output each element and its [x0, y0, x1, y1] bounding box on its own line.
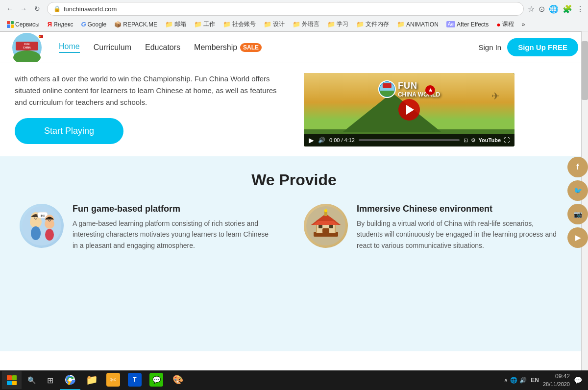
youtube-button[interactable]: ▶: [567, 227, 588, 248]
win-square-3: [7, 381, 12, 386]
volume-icon[interactable]: 🔊: [519, 377, 527, 384]
sign-up-button[interactable]: Sign Up FREE: [507, 38, 578, 56]
start-playing-button[interactable]: Start Playing: [15, 118, 123, 144]
task-view-button[interactable]: ⊞: [41, 371, 59, 389]
folder-icon: 📁: [165, 21, 173, 28]
hero-section: with others all over the world to win th…: [0, 63, 588, 156]
platform-description: A game-based learning platform consistin…: [73, 218, 274, 251]
taskbar-clipboard[interactable]: ✄: [103, 370, 123, 390]
bookmark-files[interactable]: 📁 文件内存: [353, 19, 392, 29]
provide-cards: Hi Fun game-based platform: [20, 204, 568, 251]
repack-label: REPACK.ME: [123, 21, 157, 28]
extensions-icon[interactable]: 🧩: [563, 4, 572, 14]
win-square-2: [12, 375, 17, 380]
language-indicator: EN: [531, 377, 539, 384]
address-bar[interactable]: 🔒 funchinaworld.com: [47, 2, 524, 16]
sign-in-button[interactable]: Sign In: [478, 43, 501, 51]
folder-icon: 📁: [223, 21, 231, 28]
globe-icon[interactable]: 🌐: [549, 4, 559, 14]
platform-title: Fun game-based platform: [73, 204, 274, 214]
provide-card-platform: Hi Fun game-based platform: [20, 204, 274, 251]
animation-label: ANIMATION: [406, 21, 439, 28]
youtube-icon: ▶: [575, 234, 581, 242]
star-icon[interactable]: ☆: [528, 4, 535, 14]
svg-point-20: [45, 229, 54, 241]
platform-illustration: Hi: [22, 206, 61, 245]
environment-icon-circle: [304, 204, 348, 248]
svg-rect-28: [329, 225, 333, 228]
forward-button[interactable]: →: [18, 3, 29, 15]
taskbar-paint[interactable]: 🎨: [168, 370, 188, 390]
site-logo[interactable]: FUN CHINA ★: [10, 33, 44, 62]
notifications-icon[interactable]: 💬: [574, 376, 582, 384]
bookmark-yandex[interactable]: Я Яндекс: [45, 20, 76, 29]
svg-text:CHINA: CHINA: [23, 46, 31, 49]
bookmark-social[interactable]: 📁 社会账号: [220, 19, 259, 29]
bookmark-course[interactable]: ● 课程: [493, 19, 516, 29]
video-volume-icon[interactable]: 🔊: [318, 137, 325, 144]
folder-icon: 📁: [293, 21, 300, 28]
work-label: 工作: [203, 20, 215, 28]
clock[interactable]: 09:42 28/11/2020: [543, 373, 570, 388]
taskbar-chrome[interactable]: [60, 370, 80, 390]
nav-educators[interactable]: Educators: [145, 43, 180, 52]
services-label: Сервисы: [15, 21, 40, 28]
video-controls: ▶ 🔊 0:00 / 4:12 ⊡ ⚙ YouTube ⛶: [304, 134, 514, 146]
nav-home[interactable]: Home: [59, 42, 80, 53]
taskbar-files[interactable]: 📁: [81, 370, 102, 390]
start-button[interactable]: [2, 371, 22, 389]
bookmark-repack[interactable]: 📦 REPACK.ME: [111, 20, 160, 29]
video-settings-icon[interactable]: ⚙: [471, 137, 476, 144]
svg-point-36: [69, 378, 72, 382]
back-button[interactable]: ←: [4, 3, 16, 15]
environment-description: By building a virtual world of China wit…: [357, 218, 559, 251]
trello-icon: T: [128, 373, 142, 387]
facebook-button[interactable]: f: [567, 157, 588, 177]
we-provide-section: We Provide: [0, 156, 588, 351]
foreign-label: 外语言: [302, 20, 319, 28]
tray-arrow-icon[interactable]: ∧: [504, 377, 508, 384]
mail-label: 邮箱: [174, 20, 186, 28]
video-container[interactable]: FUN CHINA WORLD ★ ✈ ▶ 🔊 0:00 / 4:12: [304, 73, 514, 146]
history-icon[interactable]: ⊙: [539, 4, 545, 14]
scrollbar-thumb[interactable]: [582, 41, 588, 100]
taskbar-wechat[interactable]: 💬: [146, 370, 167, 390]
refresh-button[interactable]: ↻: [31, 3, 43, 15]
files-icon: 📁: [85, 373, 98, 387]
video-fullscreen-icon[interactable]: ⛶: [504, 137, 510, 144]
bookmark-work[interactable]: 📁 工作: [191, 19, 218, 29]
taskbar-trello[interactable]: T: [124, 370, 145, 390]
instagram-button[interactable]: 📷: [567, 204, 588, 224]
video-play-icon[interactable]: ▶: [309, 136, 314, 144]
bookmark-ae[interactable]: Ae After Effects: [443, 20, 491, 29]
folder-icon: 📁: [194, 21, 202, 28]
more-icon[interactable]: ⋮: [576, 4, 584, 14]
time-display: 09:42: [543, 373, 570, 381]
more-bookmarks[interactable]: »: [519, 20, 528, 29]
video-captions-icon[interactable]: ⊡: [464, 137, 468, 144]
nav-buttons: ← → ↻: [4, 3, 43, 15]
bookmark-google[interactable]: G Google: [78, 20, 109, 29]
search-button[interactable]: 🔍: [23, 371, 40, 389]
youtube-label: YouTube: [479, 137, 501, 143]
bookmark-foreign[interactable]: 📁 外语言: [290, 19, 322, 29]
nav-curriculum[interactable]: Curriculum: [94, 43, 131, 52]
bookmark-animation[interactable]: 📁 ANIMATION: [394, 20, 441, 29]
twitter-button[interactable]: 🐦: [567, 180, 588, 201]
video-progress-bar[interactable]: [359, 139, 460, 141]
site-nav: FUN CHINA ★ Home Curriculum Educators Me…: [0, 32, 588, 63]
study-label: 学习: [337, 20, 348, 28]
clipboard-icon: ✄: [106, 373, 120, 387]
google-label: Google: [88, 21, 107, 28]
network-icon[interactable]: 🌐: [510, 377, 517, 384]
video-icons: ⊡ ⚙ YouTube ⛶: [464, 137, 510, 144]
video-play-button[interactable]: [398, 99, 420, 121]
bookmark-design[interactable]: 📁 设计: [261, 19, 288, 29]
nav-membership-container: Membership SALE: [194, 43, 262, 52]
bookmark-mail[interactable]: 📁 邮箱: [162, 19, 189, 29]
video-time: 0:00 / 4:12: [329, 137, 355, 143]
bookmark-study[interactable]: 📁 学习: [324, 19, 351, 29]
sale-badge: SALE: [240, 43, 262, 52]
nav-membership[interactable]: Membership: [194, 43, 237, 52]
bookmark-apps[interactable]: Сервисы: [4, 20, 43, 29]
